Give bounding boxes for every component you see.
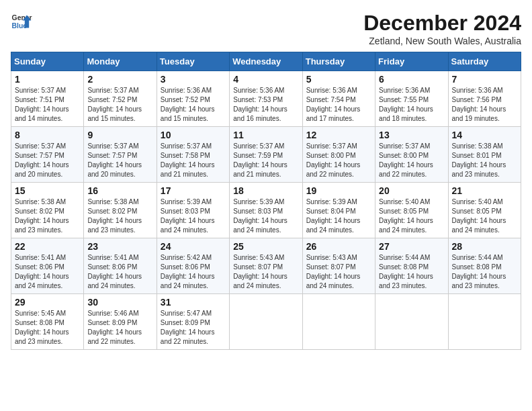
day-detail: Sunrise: 5:37 AMSunset: 8:00 PMDaylight:… bbox=[306, 142, 361, 178]
day-number: 13 bbox=[379, 130, 444, 140]
day-number: 26 bbox=[306, 241, 371, 252]
day-detail: Sunrise: 5:37 AMSunset: 7:57 PMDaylight:… bbox=[87, 142, 142, 178]
table-row: 15 Sunrise: 5:38 AMSunset: 8:02 PMDaylig… bbox=[11, 183, 84, 238]
day-number: 24 bbox=[161, 241, 226, 252]
day-detail: Sunrise: 5:38 AMSunset: 8:02 PMDaylight:… bbox=[15, 198, 69, 234]
day-number: 22 bbox=[15, 241, 80, 252]
table-row: 14 Sunrise: 5:38 AMSunset: 8:01 PMDaylig… bbox=[448, 127, 521, 183]
day-number: 31 bbox=[161, 297, 226, 308]
table-row: 27 Sunrise: 5:44 AMSunset: 8:08 PMDaylig… bbox=[375, 238, 448, 294]
day-number: 19 bbox=[306, 185, 371, 196]
table-row: 31 Sunrise: 5:47 AMSunset: 8:09 PMDaylig… bbox=[157, 294, 229, 350]
table-row: 10 Sunrise: 5:37 AMSunset: 7:58 PMDaylig… bbox=[157, 127, 229, 183]
table-row: 26 Sunrise: 5:43 AMSunset: 8:07 PMDaylig… bbox=[302, 238, 375, 294]
table-row: 9 Sunrise: 5:37 AMSunset: 7:57 PMDayligh… bbox=[84, 127, 157, 183]
table-row: 24 Sunrise: 5:42 AMSunset: 8:06 PMDaylig… bbox=[157, 238, 229, 294]
table-row: 23 Sunrise: 5:41 AMSunset: 8:06 PMDaylig… bbox=[84, 238, 157, 294]
table-row: 22 Sunrise: 5:41 AMSunset: 8:06 PMDaylig… bbox=[11, 238, 84, 294]
table-row: 16 Sunrise: 5:38 AMSunset: 8:02 PMDaylig… bbox=[84, 183, 157, 238]
day-number: 3 bbox=[161, 74, 226, 85]
day-number: 6 bbox=[379, 74, 444, 85]
day-number: 1 bbox=[15, 74, 80, 85]
day-number: 5 bbox=[306, 74, 371, 85]
day-detail: Sunrise: 5:46 AMSunset: 8:09 PMDaylight:… bbox=[87, 310, 142, 345]
table-row: 7 Sunrise: 5:36 AMSunset: 7:56 PMDayligh… bbox=[448, 71, 521, 127]
day-number: 29 bbox=[15, 297, 80, 308]
day-detail: Sunrise: 5:37 AMSunset: 8:00 PMDaylight:… bbox=[379, 142, 433, 178]
day-number: 8 bbox=[15, 130, 80, 140]
day-number: 2 bbox=[87, 74, 152, 85]
table-row: 11 Sunrise: 5:37 AMSunset: 7:59 PMDaylig… bbox=[230, 127, 302, 183]
day-detail: Sunrise: 5:37 AMSunset: 7:51 PMDaylight:… bbox=[15, 87, 69, 122]
table-row: 6 Sunrise: 5:36 AMSunset: 7:55 PMDayligh… bbox=[375, 71, 448, 127]
logo: General Blue bbox=[11, 11, 32, 32]
table-row: 4 Sunrise: 5:36 AMSunset: 7:53 PMDayligh… bbox=[230, 71, 302, 127]
day-detail: Sunrise: 5:37 AMSunset: 7:59 PMDaylight:… bbox=[233, 142, 287, 178]
day-number: 17 bbox=[161, 185, 226, 196]
table-row bbox=[448, 294, 521, 350]
col-friday: Friday bbox=[375, 52, 448, 71]
day-number: 15 bbox=[15, 185, 80, 196]
day-detail: Sunrise: 5:39 AMSunset: 8:03 PMDaylight:… bbox=[233, 198, 287, 234]
day-number: 21 bbox=[452, 185, 517, 196]
day-detail: Sunrise: 5:43 AMSunset: 8:07 PMDaylight:… bbox=[233, 254, 287, 289]
day-detail: Sunrise: 5:39 AMSunset: 8:04 PMDaylight:… bbox=[306, 198, 361, 234]
day-number: 20 bbox=[379, 185, 444, 196]
day-number: 4 bbox=[233, 74, 298, 85]
day-detail: Sunrise: 5:36 AMSunset: 7:52 PMDaylight:… bbox=[161, 87, 215, 122]
day-number: 30 bbox=[87, 297, 152, 308]
day-detail: Sunrise: 5:43 AMSunset: 8:07 PMDaylight:… bbox=[306, 254, 361, 289]
table-row: 29 Sunrise: 5:45 AMSunset: 8:08 PMDaylig… bbox=[11, 294, 84, 350]
day-number: 27 bbox=[379, 241, 444, 252]
day-detail: Sunrise: 5:36 AMSunset: 7:56 PMDaylight:… bbox=[452, 87, 506, 122]
day-detail: Sunrise: 5:39 AMSunset: 8:03 PMDaylight:… bbox=[161, 198, 215, 234]
day-detail: Sunrise: 5:36 AMSunset: 7:55 PMDaylight:… bbox=[379, 87, 433, 122]
col-sunday: Sunday bbox=[11, 52, 84, 71]
title-area: December 2024 Zetland, New South Wales, … bbox=[363, 11, 521, 46]
day-detail: Sunrise: 5:41 AMSunset: 8:06 PMDaylight:… bbox=[87, 254, 142, 289]
month-title: December 2024 bbox=[363, 11, 521, 36]
day-number: 10 bbox=[161, 130, 226, 140]
day-detail: Sunrise: 5:47 AMSunset: 8:09 PMDaylight:… bbox=[161, 310, 215, 345]
day-number: 16 bbox=[87, 185, 152, 196]
day-detail: Sunrise: 5:44 AMSunset: 8:08 PMDaylight:… bbox=[452, 254, 506, 289]
table-row: 21 Sunrise: 5:40 AMSunset: 8:05 PMDaylig… bbox=[448, 183, 521, 238]
day-detail: Sunrise: 5:40 AMSunset: 8:05 PMDaylight:… bbox=[452, 198, 506, 234]
page-header: General Blue December 2024 Zetland, New … bbox=[11, 11, 521, 46]
table-row bbox=[302, 294, 375, 350]
day-detail: Sunrise: 5:37 AMSunset: 7:58 PMDaylight:… bbox=[161, 142, 215, 178]
day-detail: Sunrise: 5:38 AMSunset: 8:02 PMDaylight:… bbox=[87, 198, 142, 234]
calendar-row: 22 Sunrise: 5:41 AMSunset: 8:06 PMDaylig… bbox=[11, 238, 521, 294]
calendar-row: 29 Sunrise: 5:45 AMSunset: 8:08 PMDaylig… bbox=[11, 294, 521, 350]
table-row: 28 Sunrise: 5:44 AMSunset: 8:08 PMDaylig… bbox=[448, 238, 521, 294]
day-detail: Sunrise: 5:37 AMSunset: 7:52 PMDaylight:… bbox=[87, 87, 142, 122]
calendar-row: 1 Sunrise: 5:37 AMSunset: 7:51 PMDayligh… bbox=[11, 71, 521, 127]
day-detail: Sunrise: 5:41 AMSunset: 8:06 PMDaylight:… bbox=[15, 254, 69, 289]
table-row: 30 Sunrise: 5:46 AMSunset: 8:09 PMDaylig… bbox=[84, 294, 157, 350]
day-detail: Sunrise: 5:42 AMSunset: 8:06 PMDaylight:… bbox=[161, 254, 215, 289]
day-detail: Sunrise: 5:38 AMSunset: 8:01 PMDaylight:… bbox=[452, 142, 506, 178]
table-row bbox=[230, 294, 302, 350]
col-saturday: Saturday bbox=[448, 52, 521, 71]
day-detail: Sunrise: 5:36 AMSunset: 7:54 PMDaylight:… bbox=[306, 87, 361, 122]
table-row: 18 Sunrise: 5:39 AMSunset: 8:03 PMDaylig… bbox=[230, 183, 302, 238]
col-wednesday: Wednesday bbox=[230, 52, 302, 71]
table-row: 2 Sunrise: 5:37 AMSunset: 7:52 PMDayligh… bbox=[84, 71, 157, 127]
calendar-row: 8 Sunrise: 5:37 AMSunset: 7:57 PMDayligh… bbox=[11, 127, 521, 183]
day-number: 7 bbox=[452, 74, 517, 85]
day-number: 18 bbox=[233, 185, 298, 196]
day-detail: Sunrise: 5:37 AMSunset: 7:57 PMDaylight:… bbox=[15, 142, 69, 178]
table-row: 25 Sunrise: 5:43 AMSunset: 8:07 PMDaylig… bbox=[230, 238, 302, 294]
calendar-table: Sunday Monday Tuesday Wednesday Thursday… bbox=[11, 52, 521, 350]
table-row bbox=[375, 294, 448, 350]
table-row: 8 Sunrise: 5:37 AMSunset: 7:57 PMDayligh… bbox=[11, 127, 84, 183]
day-detail: Sunrise: 5:36 AMSunset: 7:53 PMDaylight:… bbox=[233, 87, 287, 122]
calendar-row: 15 Sunrise: 5:38 AMSunset: 8:02 PMDaylig… bbox=[11, 183, 521, 238]
col-thursday: Thursday bbox=[302, 52, 375, 71]
table-row: 5 Sunrise: 5:36 AMSunset: 7:54 PMDayligh… bbox=[302, 71, 375, 127]
location: Zetland, New South Wales, Australia bbox=[363, 36, 521, 46]
header-row: Sunday Monday Tuesday Wednesday Thursday… bbox=[11, 52, 521, 71]
day-number: 12 bbox=[306, 130, 371, 140]
day-detail: Sunrise: 5:40 AMSunset: 8:05 PMDaylight:… bbox=[379, 198, 433, 234]
table-row: 19 Sunrise: 5:39 AMSunset: 8:04 PMDaylig… bbox=[302, 183, 375, 238]
